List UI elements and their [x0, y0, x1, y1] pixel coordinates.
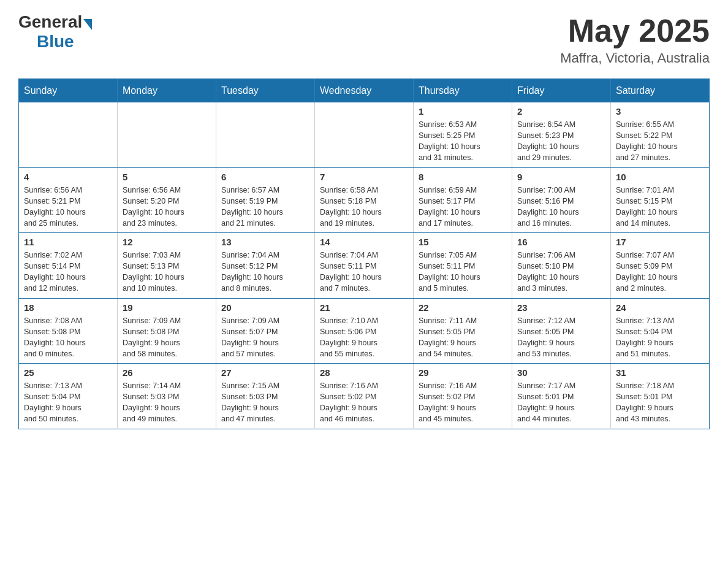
day-info: Sunrise: 7:16 AM Sunset: 5:02 PM Dayligh… [320, 380, 408, 425]
calendar-cell: 22Sunrise: 7:11 AM Sunset: 5:05 PM Dayli… [414, 298, 512, 364]
day-info: Sunrise: 6:56 AM Sunset: 5:20 PM Dayligh… [123, 185, 211, 229]
location-subtitle: Maffra, Victoria, Australia [560, 50, 710, 66]
day-info: Sunrise: 7:16 AM Sunset: 5:02 PM Dayligh… [419, 380, 507, 425]
calendar-cell: 26Sunrise: 7:14 AM Sunset: 5:03 PM Dayli… [118, 364, 216, 429]
header-saturday: Saturday [611, 79, 710, 103]
calendar-cell: 13Sunrise: 7:04 AM Sunset: 5:12 PM Dayli… [216, 233, 315, 299]
day-number: 21 [320, 302, 408, 313]
day-info: Sunrise: 7:08 AM Sunset: 5:08 PM Dayligh… [24, 315, 112, 360]
calendar-cell: 2Sunrise: 6:54 AM Sunset: 5:23 PM Daylig… [512, 102, 611, 167]
calendar-cell: 21Sunrise: 7:10 AM Sunset: 5:06 PM Dayli… [315, 298, 414, 364]
title-section: May 2025 Maffra, Victoria, Australia [560, 12, 710, 66]
day-number: 28 [320, 367, 408, 378]
week-row-4: 18Sunrise: 7:08 AM Sunset: 5:08 PM Dayli… [19, 298, 710, 364]
calendar-cell: 19Sunrise: 7:09 AM Sunset: 5:08 PM Dayli… [118, 298, 216, 364]
calendar-cell: 4Sunrise: 6:56 AM Sunset: 5:21 PM Daylig… [19, 167, 118, 233]
calendar-cell: 16Sunrise: 7:06 AM Sunset: 5:10 PM Dayli… [512, 233, 611, 299]
header-monday: Monday [118, 79, 216, 103]
header-wednesday: Wednesday [315, 79, 414, 103]
day-number: 5 [123, 172, 211, 182]
logo-arrow-icon [83, 19, 92, 30]
calendar-cell: 5Sunrise: 6:56 AM Sunset: 5:20 PM Daylig… [118, 167, 216, 233]
day-number: 26 [123, 367, 211, 378]
day-info: Sunrise: 7:09 AM Sunset: 5:08 PM Dayligh… [123, 315, 211, 360]
calendar-cell: 8Sunrise: 6:59 AM Sunset: 5:17 PM Daylig… [414, 167, 512, 233]
day-info: Sunrise: 7:06 AM Sunset: 5:10 PM Dayligh… [517, 250, 605, 294]
day-number: 9 [517, 172, 605, 182]
day-number: 10 [616, 172, 704, 182]
header-friday: Friday [512, 79, 611, 103]
week-row-1: 1Sunrise: 6:53 AM Sunset: 5:25 PM Daylig… [19, 102, 710, 167]
day-number: 23 [517, 302, 605, 313]
day-number: 15 [419, 237, 507, 247]
calendar-header-row: SundayMondayTuesdayWednesdayThursdayFrid… [19, 79, 710, 103]
day-number: 16 [517, 237, 605, 247]
page-header: General Blue May 2025 Maffra, Victoria, … [18, 12, 710, 66]
day-number: 4 [24, 172, 112, 182]
day-number: 30 [517, 367, 605, 378]
calendar-cell: 10Sunrise: 7:01 AM Sunset: 5:15 PM Dayli… [611, 167, 710, 233]
day-info: Sunrise: 7:15 AM Sunset: 5:03 PM Dayligh… [221, 380, 309, 425]
day-number: 22 [419, 302, 507, 313]
day-info: Sunrise: 7:13 AM Sunset: 5:04 PM Dayligh… [616, 315, 704, 360]
day-info: Sunrise: 7:04 AM Sunset: 5:12 PM Dayligh… [221, 250, 309, 294]
day-info: Sunrise: 7:12 AM Sunset: 5:05 PM Dayligh… [517, 315, 605, 360]
day-number: 27 [221, 367, 309, 378]
day-info: Sunrise: 7:14 AM Sunset: 5:03 PM Dayligh… [123, 380, 211, 425]
logo-general-text: General [18, 12, 82, 32]
day-number: 7 [320, 172, 408, 182]
logo-blue-text: Blue [37, 32, 74, 52]
day-info: Sunrise: 6:58 AM Sunset: 5:18 PM Dayligh… [320, 185, 408, 229]
week-row-5: 25Sunrise: 7:13 AM Sunset: 5:04 PM Dayli… [19, 364, 710, 429]
day-number: 14 [320, 237, 408, 247]
calendar-cell: 28Sunrise: 7:16 AM Sunset: 5:02 PM Dayli… [315, 364, 414, 429]
day-info: Sunrise: 7:04 AM Sunset: 5:11 PM Dayligh… [320, 250, 408, 294]
calendar-cell: 7Sunrise: 6:58 AM Sunset: 5:18 PM Daylig… [315, 167, 414, 233]
calendar-cell: 1Sunrise: 6:53 AM Sunset: 5:25 PM Daylig… [414, 102, 512, 167]
calendar-cell: 18Sunrise: 7:08 AM Sunset: 5:08 PM Dayli… [19, 298, 118, 364]
calendar-cell: 17Sunrise: 7:07 AM Sunset: 5:09 PM Dayli… [611, 233, 710, 299]
day-number: 11 [24, 237, 112, 247]
month-year-title: May 2025 [560, 12, 710, 49]
calendar-cell: 27Sunrise: 7:15 AM Sunset: 5:03 PM Dayli… [216, 364, 315, 429]
week-row-2: 4Sunrise: 6:56 AM Sunset: 5:21 PM Daylig… [19, 167, 710, 233]
calendar-cell: 25Sunrise: 7:13 AM Sunset: 5:04 PM Dayli… [19, 364, 118, 429]
day-info: Sunrise: 6:55 AM Sunset: 5:22 PM Dayligh… [616, 119, 704, 164]
day-number: 1 [419, 106, 507, 117]
day-number: 13 [221, 237, 309, 247]
calendar-cell: 23Sunrise: 7:12 AM Sunset: 5:05 PM Dayli… [512, 298, 611, 364]
header-sunday: Sunday [19, 79, 118, 103]
day-number: 24 [616, 302, 704, 313]
day-info: Sunrise: 7:17 AM Sunset: 5:01 PM Dayligh… [517, 380, 605, 425]
calendar-cell [216, 102, 315, 167]
day-info: Sunrise: 7:03 AM Sunset: 5:13 PM Dayligh… [123, 250, 211, 294]
calendar-cell [19, 102, 118, 167]
day-number: 12 [123, 237, 211, 247]
day-info: Sunrise: 7:01 AM Sunset: 5:15 PM Dayligh… [616, 185, 704, 229]
day-number: 2 [517, 106, 605, 117]
header-thursday: Thursday [414, 79, 512, 103]
day-number: 8 [419, 172, 507, 182]
day-info: Sunrise: 7:10 AM Sunset: 5:06 PM Dayligh… [320, 315, 408, 360]
day-info: Sunrise: 7:09 AM Sunset: 5:07 PM Dayligh… [221, 315, 309, 360]
day-info: Sunrise: 7:07 AM Sunset: 5:09 PM Dayligh… [616, 250, 704, 294]
calendar-cell: 11Sunrise: 7:02 AM Sunset: 5:14 PM Dayli… [19, 233, 118, 299]
logo: General Blue [18, 12, 92, 52]
day-number: 17 [616, 237, 704, 247]
calendar-cell: 20Sunrise: 7:09 AM Sunset: 5:07 PM Dayli… [216, 298, 315, 364]
calendar-cell: 24Sunrise: 7:13 AM Sunset: 5:04 PM Dayli… [611, 298, 710, 364]
day-info: Sunrise: 6:56 AM Sunset: 5:21 PM Dayligh… [24, 185, 112, 229]
day-info: Sunrise: 7:05 AM Sunset: 5:11 PM Dayligh… [419, 250, 507, 294]
day-info: Sunrise: 6:53 AM Sunset: 5:25 PM Dayligh… [419, 119, 507, 164]
day-info: Sunrise: 6:57 AM Sunset: 5:19 PM Dayligh… [221, 185, 309, 229]
day-number: 31 [616, 367, 704, 378]
day-number: 29 [419, 367, 507, 378]
day-number: 3 [616, 106, 704, 117]
day-number: 6 [221, 172, 309, 182]
day-info: Sunrise: 7:02 AM Sunset: 5:14 PM Dayligh… [24, 250, 112, 294]
calendar-cell: 31Sunrise: 7:18 AM Sunset: 5:01 PM Dayli… [611, 364, 710, 429]
calendar-cell [118, 102, 216, 167]
day-info: Sunrise: 7:18 AM Sunset: 5:01 PM Dayligh… [616, 380, 704, 425]
day-info: Sunrise: 7:11 AM Sunset: 5:05 PM Dayligh… [419, 315, 507, 360]
calendar-cell: 12Sunrise: 7:03 AM Sunset: 5:13 PM Dayli… [118, 233, 216, 299]
